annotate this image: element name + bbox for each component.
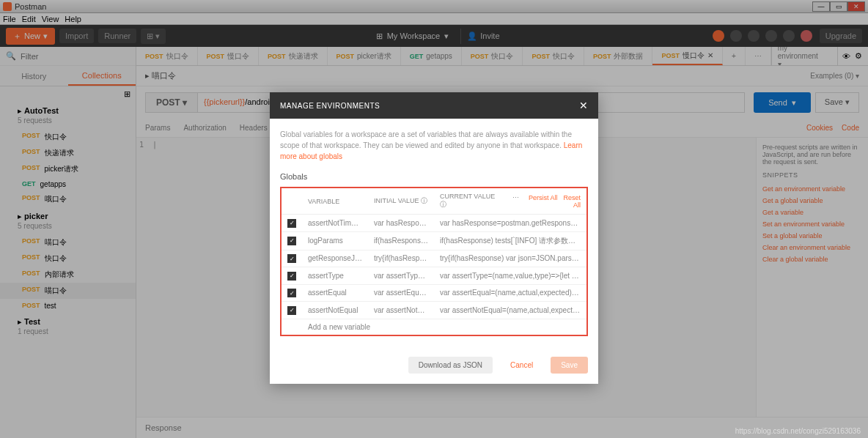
col-initial: INITIAL VALUE ⓘ [368, 188, 434, 215]
checkbox-icon[interactable]: ✓ [287, 289, 296, 297]
download-json-button[interactable]: Download as JSON [408, 357, 493, 374]
global-variable-row[interactable]: ✓assertTypevar assertType=(nam...var ass… [281, 267, 587, 285]
cancel-button[interactable]: Cancel [500, 357, 543, 374]
globals-table: VARIABLE INITIAL VALUE ⓘ CURRENT VALUE ⓘ… [280, 187, 588, 336]
globals-heading: Globals [280, 172, 588, 181]
checkbox-icon[interactable]: ✓ [287, 254, 296, 263]
persist-all-link[interactable]: Persist All [529, 194, 558, 201]
col-actions: ⋯ Persist AllReset All [504, 188, 587, 215]
modal-title: MANAGE ENVIRONMENTS [280, 102, 380, 110]
manage-environments-modal: MANAGE ENVIRONMENTS ✕ Global variables f… [270, 92, 598, 384]
modal-close-icon[interactable]: ✕ [579, 100, 589, 111]
checkbox-icon[interactable]: ✓ [287, 306, 296, 315]
reset-all-link[interactable]: Reset All [563, 194, 581, 209]
checkbox-icon[interactable]: ✓ [287, 237, 296, 245]
global-variable-row[interactable]: ✓assertEqualvar assertEqual=(na...var as… [281, 284, 587, 302]
checkbox-icon[interactable]: ✓ [287, 272, 296, 281]
add-variable-row[interactable]: Add a new variable [281, 319, 587, 335]
col-current: CURRENT VALUE ⓘ [434, 188, 504, 215]
modal-description: Global variables for a workspace are a s… [280, 129, 588, 162]
global-variable-row[interactable]: ✓assertNotTimeoutvar hasResponse=po...va… [281, 215, 587, 232]
watermark: https://blog.csdn.net/congzi529163036 [735, 427, 861, 435]
modal-overlay: MANAGE ENVIRONMENTS ✕ Global variables f… [0, 0, 868, 438]
checkbox-icon[interactable]: ✓ [287, 219, 296, 228]
col-variable: VARIABLE [302, 188, 368, 215]
global-variable-row[interactable]: ✓assertNotEqualvar assertNotEqual=(...va… [281, 302, 587, 319]
global-variable-row[interactable]: ✓logParamsif(hasResponse) tests...if(has… [281, 231, 587, 250]
global-variable-row[interactable]: ✓getResponseJsontry{if(hasResponse) v...… [281, 250, 587, 267]
modal-save-button[interactable]: Save [551, 357, 588, 374]
